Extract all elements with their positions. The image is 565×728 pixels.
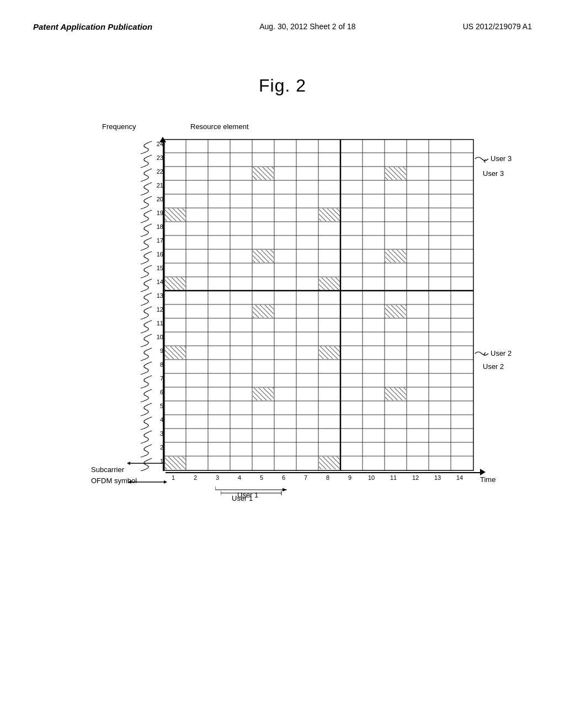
svg-rect-53 (319, 457, 340, 469)
svg-rect-47 (385, 305, 406, 318)
svg-rect-40 (319, 208, 340, 221)
svg-rect-43 (385, 167, 406, 180)
col-8: 8 (326, 474, 329, 481)
row-5: 5 (160, 403, 163, 409)
row-4: 4 (160, 416, 163, 423)
time-axis (166, 472, 480, 473)
row-7: 7 (160, 375, 163, 382)
col-4: 4 (238, 474, 241, 481)
user2-bracket-svg: User 2 (474, 347, 529, 361)
row-6: 6 (160, 389, 163, 395)
time-axis-arrow (480, 469, 486, 475)
svg-rect-39 (165, 208, 186, 221)
svg-rect-41 (253, 250, 274, 263)
svg-rect-42 (385, 250, 406, 263)
row-8: 8 (160, 361, 163, 368)
svg-text:User 2: User 2 (491, 349, 511, 357)
col-9: 9 (348, 474, 351, 481)
col-14: 14 (456, 474, 463, 481)
row-9: 9 (160, 347, 163, 354)
svg-text:User 1: User 1 (237, 491, 258, 499)
svg-rect-50 (253, 388, 274, 400)
page-header: Patent Application Publication Aug. 30, … (0, 0, 565, 31)
header-patent-number: US 2012/219079 A1 (463, 22, 532, 31)
svg-marker-56 (164, 480, 167, 484)
col-11: 11 (390, 474, 397, 481)
col-1: 1 (172, 474, 175, 481)
time-label: Time (480, 475, 495, 484)
subcarrier-waves-svg (116, 140, 160, 471)
svg-marker-67 (282, 488, 287, 491)
row-3: 3 (160, 430, 163, 437)
svg-rect-0 (164, 140, 473, 470)
col-12: 12 (412, 474, 419, 481)
col-2: 2 (194, 474, 197, 481)
col-13: 13 (434, 474, 441, 481)
ofdm-arrow (127, 478, 171, 486)
frequency-label: Frequency (102, 122, 136, 131)
grid-svg (164, 139, 474, 472)
resource-element-label: Resource element (190, 122, 249, 131)
col-10: 10 (368, 474, 375, 481)
col-3: 3 (216, 474, 219, 481)
svg-marker-55 (128, 480, 131, 484)
user3-bracket-svg: User 3 (474, 152, 529, 166)
user3-text: User 3 (483, 169, 504, 178)
header-publication-type: Patent Application Publication (33, 22, 152, 31)
svg-rect-44 (165, 277, 186, 290)
col-6: 6 (282, 474, 285, 481)
user1-bracket-svg: User 1 (215, 482, 326, 499)
diagram: Frequency Resource element (44, 118, 519, 548)
user2-text: User 2 (483, 362, 504, 371)
header-date-sheet: Aug. 30, 2012 Sheet 2 of 18 (259, 22, 355, 31)
svg-text:User 3: User 3 (491, 154, 511, 163)
svg-rect-46 (253, 305, 274, 318)
svg-rect-49 (319, 346, 340, 359)
col-5: 5 (260, 474, 263, 481)
row-2: 2 (160, 444, 163, 451)
svg-rect-45 (319, 277, 340, 290)
figure-title: Fig. 2 (0, 76, 565, 96)
svg-rect-51 (385, 388, 406, 400)
svg-rect-48 (165, 346, 186, 359)
svg-rect-38 (253, 167, 274, 180)
col-7: 7 (304, 474, 307, 481)
